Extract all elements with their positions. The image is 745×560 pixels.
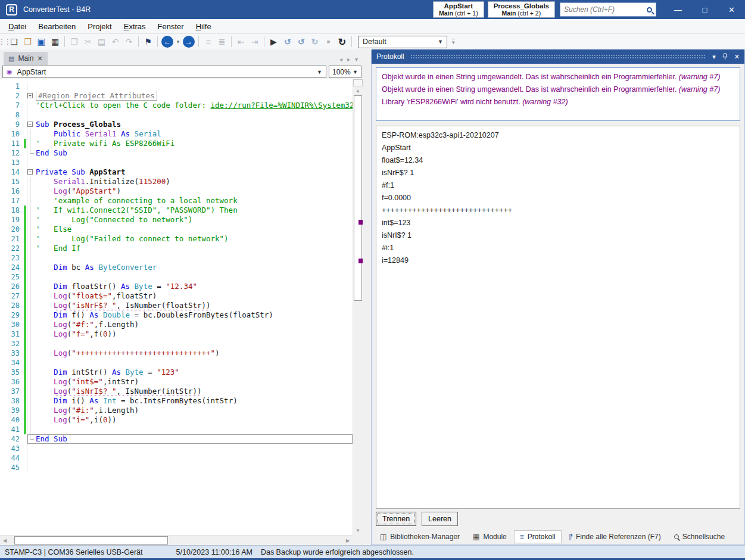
menu-item-extras[interactable]: Extras: [118, 19, 152, 34]
vertical-scrollbar[interactable]: ▲ ▼: [353, 79, 363, 535]
line-body[interactable]: 'example of connecting to a local networ…: [27, 196, 353, 206]
bottom-tab-schnellsuche[interactable]: Schnellsuche: [668, 530, 731, 543]
vertical-scroll-track[interactable]: [353, 95, 363, 525]
code-line[interactable]: 10 Public Serial1 As Serial: [0, 129, 353, 139]
code-line[interactable]: 8: [0, 110, 353, 120]
code-view[interactable]: 12+#Region Project Attributes7'Ctrl+Clic…: [0, 79, 353, 535]
line-body[interactable]: ' Private wifi As ESP8266WiFi: [27, 139, 353, 148]
reconnect-icon[interactable]: ↻: [335, 35, 349, 48]
clear-button[interactable]: Leeren: [422, 512, 458, 526]
search-input[interactable]: [564, 5, 647, 14]
code-line[interactable]: 18' If wifi.Connect2("SSID", "PASSWORD")…: [0, 206, 353, 215]
line-body[interactable]: [27, 463, 353, 472]
code-line[interactable]: 19' Log("Connected to network"): [0, 215, 353, 225]
code-line[interactable]: 36 Log("int$=",intStr): [0, 377, 353, 387]
tab-close-icon[interactable]: ✕: [37, 55, 42, 63]
code-line[interactable]: 9−Sub Process_Globals: [0, 120, 353, 129]
line-body[interactable]: Log("float$=",floatStr): [27, 291, 353, 301]
menu-item-datei[interactable]: Datei: [2, 19, 32, 34]
save-icon[interactable]: ▣: [35, 35, 48, 48]
menu-item-fenster[interactable]: Fenster: [152, 19, 190, 34]
line-body[interactable]: Log("#f:",f.Length): [27, 320, 353, 329]
tab-main[interactable]: ▤ Main ✕: [4, 52, 48, 65]
line-body[interactable]: ' Log("Connected to network"): [27, 215, 353, 225]
line-body[interactable]: [27, 444, 353, 453]
log-line[interactable]: AppStart: [382, 142, 734, 154]
scroll-down-icon[interactable]: ▼: [353, 526, 363, 535]
tab-scroll-right-icon[interactable]: ▸: [347, 56, 350, 63]
code-line[interactable]: 20' Else: [0, 225, 353, 234]
compiler-warnings-box[interactable]: Objekt wurde in einen String umgewandelt…: [376, 67, 740, 121]
line-body[interactable]: ' If wifi.Connect2("SSID", "PASSWORD") T…: [27, 206, 353, 215]
compile-run-icon[interactable]: ↺: [280, 35, 294, 48]
code-line[interactable]: 21' Log("Failed to connect to network"): [0, 234, 353, 244]
line-body[interactable]: Log("AppStart"): [27, 186, 353, 196]
toolbar-overflow-icon[interactable]: ▾: [452, 39, 455, 45]
vertical-scroll-thumb[interactable]: [354, 95, 362, 301]
rebuild-icon[interactable]: ↻: [308, 35, 322, 48]
line-body[interactable]: ' End If: [27, 244, 353, 253]
line-body[interactable]: Serial1.Initialize(115200): [27, 177, 353, 186]
line-body[interactable]: End Sub: [27, 148, 353, 158]
code-line[interactable]: 16 Log("AppStart"): [0, 186, 353, 196]
chevron-down-icon[interactable]: ▼: [438, 39, 447, 45]
open-project-icon[interactable]: ❒: [21, 35, 35, 48]
line-body[interactable]: [27, 158, 353, 167]
line-body[interactable]: +#Region Project Attributes: [27, 91, 353, 101]
log-line[interactable]: isNrF$? 1: [382, 167, 734, 179]
code-line[interactable]: 25: [0, 272, 353, 282]
line-body[interactable]: −Private Sub AppStart: [27, 167, 353, 177]
line-body[interactable]: Dim bc As ByteConverter: [27, 263, 353, 272]
code-line[interactable]: 1: [0, 82, 353, 91]
line-body[interactable]: Log("isNrI$? ", IsNumber(intStr)): [27, 387, 353, 396]
code-editor[interactable]: 12+#Region Project Attributes7'Ctrl+Clic…: [0, 79, 363, 545]
warning-marker[interactable]: [359, 220, 363, 225]
line-body[interactable]: Log("#i:",i.Length): [27, 406, 353, 415]
bottom-tab-bibliotheken-manager[interactable]: ◫Bibliotheken-Manager: [374, 530, 466, 543]
line-body[interactable]: Log("int$=",intStr): [27, 377, 353, 387]
tab-list-dropdown-icon[interactable]: ▾: [355, 56, 358, 63]
code-line[interactable]: 41: [0, 425, 353, 434]
line-body[interactable]: Log("i=",i(0)): [27, 415, 353, 425]
warning-message[interactable]: Objekt wurde in einen String umgewandelt…: [382, 83, 734, 96]
chevron-down-icon[interactable]: ▼: [353, 69, 358, 75]
line-body[interactable]: [27, 272, 353, 282]
fold-collapse-icon[interactable]: −: [27, 169, 33, 175]
navigate-back-icon[interactable]: ←: [161, 36, 173, 48]
run-icon[interactable]: ▶: [267, 35, 280, 48]
minimize-button[interactable]: —: [665, 0, 691, 19]
line-body[interactable]: [27, 425, 353, 434]
scroll-right-icon[interactable]: ▶: [343, 538, 353, 543]
panel-close-icon[interactable]: ✕: [734, 53, 740, 61]
code-line[interactable]: 23: [0, 253, 353, 263]
line-body[interactable]: Dim intStr() As Byte = "123": [27, 368, 353, 377]
bottom-tab-finde-alle-referenzen-f7-[interactable]: ¶Finde alle Referenzen (F7): [563, 530, 667, 543]
code-line[interactable]: 34: [0, 358, 353, 368]
code-line[interactable]: 35 Dim intStr() As Byte = "123": [0, 368, 353, 377]
log-line[interactable]: i=12849: [382, 254, 734, 267]
code-line[interactable]: 43: [0, 444, 353, 453]
fold-expand-icon[interactable]: +: [27, 93, 33, 98]
line-body[interactable]: [27, 82, 353, 91]
line-body[interactable]: 'Ctrl+Click to open the C code folder: i…: [27, 101, 353, 110]
code-line[interactable]: 38 Dim i() As Int = bc.IntsFromBytes(int…: [0, 396, 353, 406]
line-body[interactable]: Log("isNrF$? ", IsNumber(floatStr)): [27, 301, 353, 310]
current-line[interactable]: End Sub: [27, 434, 353, 444]
code-line[interactable]: 26 Dim floatStr() As Byte = "12.34": [0, 282, 353, 291]
code-line[interactable]: 33 Log("++++++++++++++++++++++++++++++"): [0, 349, 353, 358]
log-line[interactable]: #f:1: [382, 179, 734, 192]
line-body[interactable]: Dim i() As Int = bc.IntsFromBytes(intStr…: [27, 396, 353, 406]
code-line[interactable]: 24 Dim bc As ByteConverter: [0, 263, 353, 272]
zoom-combo[interactable]: 100% ▼: [329, 66, 361, 78]
bottom-tab-module[interactable]: ▦Module: [467, 530, 513, 543]
modules-icon[interactable]: ▦: [48, 35, 62, 48]
code-line[interactable]: 7'Ctrl+Click to open the C code folder: …: [0, 101, 353, 110]
search-box[interactable]: [560, 2, 656, 17]
log-line[interactable]: ++++++++++++++++++++++++++++++: [382, 204, 734, 217]
line-body[interactable]: Log("++++++++++++++++++++++++++++++"): [27, 349, 353, 358]
quick-tab-process_globals[interactable]: Process_GlobalsMain (ctrl + 2): [488, 1, 555, 18]
code-line[interactable]: 32: [0, 339, 353, 349]
log-line[interactable]: int$=123: [382, 217, 734, 229]
sub-selector-combo[interactable]: ◉ AppStart ▼: [2, 66, 326, 78]
line-body[interactable]: [27, 110, 353, 120]
